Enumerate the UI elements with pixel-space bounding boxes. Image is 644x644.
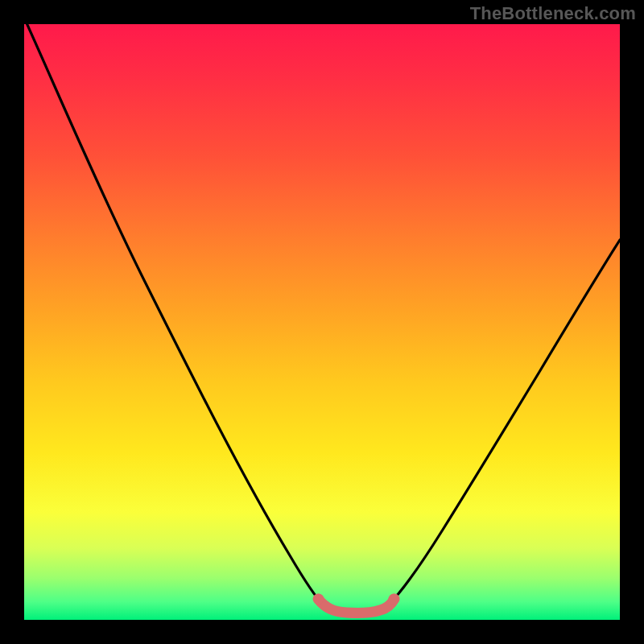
floor-band-right-cap (389, 594, 399, 605)
chart-frame: TheBottleneck.com (0, 0, 644, 644)
bottleneck-floor-band (318, 599, 394, 613)
bottleneck-curve-left (24, 24, 324, 605)
plot-area (24, 24, 620, 620)
bottleneck-curve-right (388, 240, 620, 605)
floor-band-left-cap (314, 594, 324, 605)
curve-svg (24, 24, 620, 620)
curve-layer (24, 24, 620, 620)
watermark-text: TheBottleneck.com (470, 3, 636, 24)
